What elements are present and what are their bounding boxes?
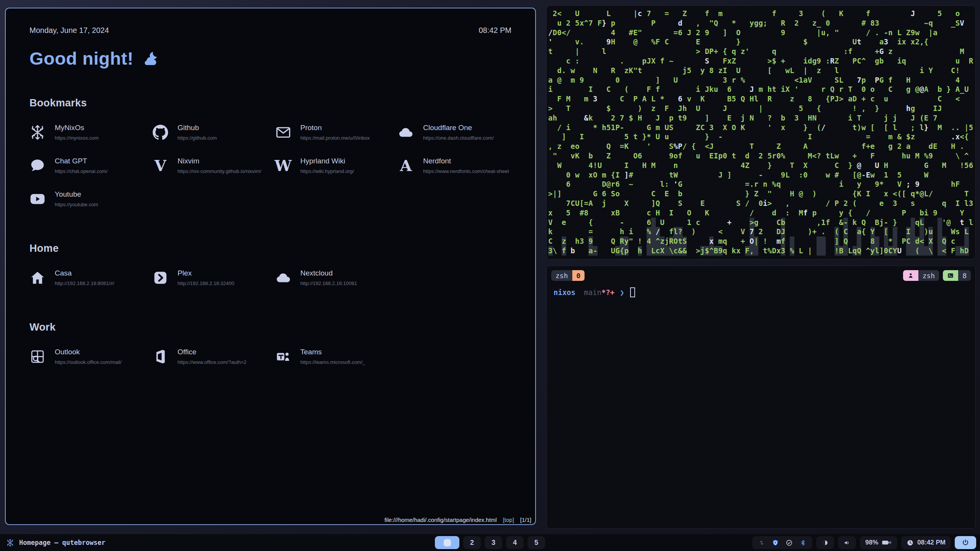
- matrix-row: > T $ ) z F Jh U J | 5 { ! , } hg IJ: [548, 104, 974, 113]
- link-title: Youtube: [55, 190, 98, 199]
- system-tray: [752, 536, 812, 549]
- cloud-icon: [398, 124, 414, 140]
- github-icon: [152, 124, 168, 140]
- link-title: Cloudflare One: [423, 124, 493, 132]
- bookmark-link[interactable]: Plexhttp://192.168.2.16:32400: [152, 269, 266, 286]
- workspace-button-1[interactable]: [435, 536, 459, 549]
- link-url: https://mynixos.com: [55, 135, 99, 141]
- link-title: Hyprland Wiki: [301, 157, 354, 165]
- statusbar-scroll-position: [top]: [503, 517, 514, 523]
- vim-icon: V: [152, 158, 168, 174]
- matrix-row: 0 w xO m {I ]# tW J ] - 9L :0 w # [@-Ew …: [548, 170, 974, 180]
- bookmark-link[interactable]: Casahttp://192.168.2.16:8081/#/: [29, 269, 143, 286]
- link-url: http://192.168.2.16:8081/#/: [55, 280, 114, 286]
- volume-button[interactable]: [838, 536, 856, 549]
- qutebrowser-window[interactable]: Monday, June 17, 2024 08:42 PM Good nigh…: [5, 8, 536, 525]
- workspace-button-3[interactable]: 3: [485, 536, 502, 549]
- bookmark-link[interactable]: VNixvimhttps://nix-community.github.io/n…: [152, 157, 266, 174]
- matrix-row: F M m 3 C P A L * 6 v K B5 Q Hl R z 8 {P…: [548, 94, 974, 104]
- nix-snowflake-icon: [29, 124, 46, 140]
- link-url: https://www.office.com/?auth=2: [178, 359, 247, 365]
- section-title: Work: [29, 321, 511, 333]
- link-url: https://www.nerdfonts.com/cheat-sheet: [423, 168, 509, 174]
- link-title: Office: [178, 348, 247, 356]
- workspace-button-4[interactable]: 4: [506, 536, 524, 549]
- matrix-row: , z eo Q =K ' S%P/ { <J T Z A f+e g 2 a …: [548, 142, 974, 151]
- person-icon: [907, 272, 914, 279]
- link-url: http://192.168.2.16:32400: [178, 280, 234, 286]
- matrix-row: ah &k 2 7 $ H J p t9 ] E j N ? b 3 HN i …: [548, 113, 974, 123]
- matrix-row: t | l > DP+ { q z' q :f +G z M: [548, 47, 974, 56]
- power-button[interactable]: [955, 536, 976, 549]
- statusbar-tab-count: [1/1]: [520, 517, 531, 523]
- matrix-row: 2< U L |c 7 = Z f m f 3 ( K f J 5 o: [548, 9, 974, 18]
- terminal-cursor: [630, 287, 635, 297]
- prompt-git-branch: main: [584, 288, 601, 297]
- battery-module: 98%: [860, 536, 897, 549]
- matrix-rain: 2< U L |c 7 = Z f m f 3 ( K f J 5 o u 2 …: [548, 9, 974, 256]
- bookmark-link[interactable]: Githubhttps://github.com: [152, 124, 266, 141]
- letter-a-icon: A: [398, 158, 414, 174]
- bookmark-link[interactable]: ANerdfonthttps://www.nerdfonts.com/cheat…: [398, 157, 511, 174]
- matrix-terminal-window[interactable]: 2< U L |c 7 = Z f m f 3 ( K f J 5 o u 2 …: [546, 5, 976, 259]
- active-workspace-indicator: [444, 539, 451, 546]
- bookmark-link[interactable]: Chat GPThttps://chat.openai.com/: [29, 157, 143, 174]
- bookmark-link[interactable]: Officehttps://www.office.com/?auth=2: [152, 348, 266, 365]
- link-url: https://one.dash.cloudflare.com/: [423, 135, 493, 141]
- sync-arrows-icon[interactable]: [758, 539, 765, 546]
- matrix-row: ' v. 9H @ %F C E } $ Ut a3 ix x2,{: [548, 37, 974, 47]
- workspace-button-2[interactable]: 2: [463, 536, 481, 549]
- house-icon: [29, 270, 46, 286]
- bookmark-link[interactable]: Youtubehttps://youtube.com: [29, 190, 143, 207]
- link-title: Chat GPT: [55, 157, 108, 165]
- wikipedia-icon: W: [275, 158, 291, 174]
- bookmark-link[interactable]: Nextcloudhttp://192.168.2.16:10081: [275, 269, 389, 286]
- tmux-segment: 0: [572, 270, 585, 281]
- matrix-row: / i * h51P- G m US ZC 3 X O K ' x } (/ t…: [548, 123, 974, 132]
- night-light-icon: [822, 539, 829, 546]
- startpage: Monday, June 17, 2024 08:42 PM Good nigh…: [6, 8, 535, 524]
- matrix-row: ] I 5 t }* U u } - I = m & $z .x<{: [548, 132, 974, 142]
- bookmark-link[interactable]: Protonhttps://mail.proton.me/u/0/inbox: [275, 124, 389, 141]
- waybar: Homepage — qutebrowser 2345 98% 08:42 PM: [0, 534, 980, 551]
- waybar-right-modules: 98% 08:42 PM: [752, 536, 976, 549]
- clock-time: 08:42 PM: [917, 539, 946, 546]
- matrix-row: W 4!U I H M n 4Z } T X C } @ U H G M !56: [548, 161, 974, 170]
- bookmark-link[interactable]: WHyprland Wikihttps://wiki.hyprland.org/: [275, 157, 389, 174]
- matrix-row: C z h3 9 Q Ry" ! 4 ^zjROtS x mq + O| ! m…: [548, 236, 974, 246]
- startpage-section: WorkOutlookhttps://outlook.office.com/ma…: [29, 321, 511, 365]
- tmux-status-bar: zsh0 zsh8: [551, 270, 971, 281]
- section-title: Bookmarks: [29, 97, 511, 109]
- startpage-section: BookmarksMyNixOshttps://mynixos.comGithu…: [29, 97, 511, 207]
- statusbar-url: file:///home/hadi/.config/startpage/inde…: [384, 517, 497, 523]
- bookmark-link[interactable]: MyNixOshttps://mynixos.com: [29, 124, 143, 141]
- bookmark-link[interactable]: Teamshttps://teams.microsoft.com/_: [275, 348, 389, 365]
- shell-prompt[interactable]: nixos main *?+ ❯: [554, 287, 971, 297]
- bookmark-link[interactable]: Cloudflare Onehttps://one.dash.cloudflar…: [398, 124, 511, 141]
- shield-icon[interactable]: [772, 539, 779, 546]
- link-title: Outlook: [55, 348, 122, 356]
- link-title: Nextcloud: [301, 269, 357, 277]
- workspaces: 2345: [435, 536, 545, 549]
- bluetooth-icon[interactable]: [799, 539, 807, 546]
- night-light-toggle[interactable]: [816, 536, 834, 549]
- bookmark-link[interactable]: Outlookhttps://outlook.office.com/mail/: [29, 348, 143, 365]
- link-url: https://mail.proton.me/u/0/inbox: [301, 135, 370, 141]
- prompt-git-status: *?+: [601, 288, 614, 297]
- tmux-segment: 8: [958, 270, 971, 281]
- workspace-button-5[interactable]: 5: [528, 536, 545, 549]
- nix-logo-icon: [6, 539, 14, 547]
- cloud-icon: [275, 270, 291, 286]
- teams-icon: [275, 349, 291, 365]
- shell-terminal-window[interactable]: zsh0 zsh8 nixos main *?+ ❯: [546, 266, 976, 529]
- section-title: Home: [29, 243, 511, 254]
- matrix-row: a @ m 9 0 ] U 3 r % <1aV SL 7p PG f H 4: [548, 75, 974, 85]
- mail-icon: [275, 124, 291, 140]
- startpage-section: HomeCasahttp://192.168.2.16:8081/#/Plexh…: [29, 243, 511, 286]
- matrix-row: d. w N R zK"t j5 y 8 zI U [ wL | z l i Y…: [548, 66, 974, 75]
- check-circle-icon[interactable]: [786, 539, 793, 546]
- greeting: Good night!: [29, 48, 511, 69]
- terminal-icon: [947, 272, 954, 279]
- window-title-module: Homepage — qutebrowser: [6, 539, 105, 547]
- matrix-row: x 5 #8 xB c H I O K / d : Mf p y { / P b…: [548, 208, 974, 218]
